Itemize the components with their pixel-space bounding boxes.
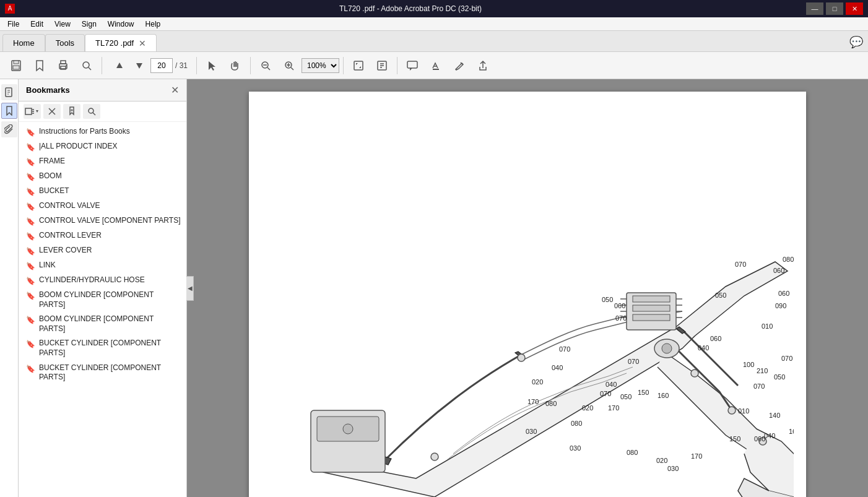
bookmark-label: CYLINDER/HYDRAULIC HOSE	[39, 275, 145, 285]
delete-bookmark-button[interactable]	[43, 104, 61, 119]
bookmark-panel-icon[interactable]	[1, 103, 17, 119]
bookmark-label: BOOM	[39, 171, 62, 181]
tab-tools[interactable]: Tools	[45, 34, 85, 51]
svg-point-61	[343, 424, 353, 434]
bookmark-flag-icon: 🔖	[26, 202, 35, 211]
next-page-button[interactable]	[131, 57, 148, 74]
svg-point-7	[66, 65, 67, 66]
svg-rect-6	[61, 66, 66, 69]
svg-text:010: 010	[762, 322, 773, 330]
svg-rect-2	[13, 66, 19, 69]
bookmark-label: CONTROL VALVE	[39, 201, 100, 211]
svg-text:170: 170	[608, 404, 619, 412]
svg-text:080: 080	[627, 449, 638, 456]
bookmark-item-boom[interactable]: 🔖 BOOM	[19, 169, 186, 184]
window-title: TL720 .pdf - Adobe Acrobat Pro DC (32-bi…	[20, 4, 801, 13]
new-document-icon[interactable]	[1, 84, 17, 100]
search-button[interactable]	[76, 54, 98, 77]
menu-file[interactable]: File	[2, 19, 24, 30]
toolbar: / 31 100% 75% 125% 150%	[0, 52, 868, 79]
bookmark-label: CONTROL VALVE [COMPONENT PARTS]	[39, 216, 181, 226]
bookmark-flag-icon: 🔖	[26, 143, 35, 152]
bookmark-item-bucket-cylinder-1[interactable]: 🔖 BUCKET CYLINDER [COMPONENT PARTS]	[19, 336, 186, 360]
bookmark-item-bucket-cylinder-2[interactable]: 🔖 BUCKET CYLINDER [COMPONENT PARTS]	[19, 361, 186, 385]
app-icon: A	[5, 4, 15, 14]
bookmark-list: 🔖 Instructions for Parts Books 🔖 |ALL PR…	[19, 122, 186, 497]
close-button[interactable]: ✕	[846, 2, 863, 15]
bookmark-item-lever-cover[interactable]: 🔖 LEVER COVER	[19, 243, 186, 258]
tab-home-label: Home	[13, 38, 35, 48]
zoom-select[interactable]: 100% 75% 125% 150%	[302, 58, 339, 73]
extract-button[interactable]	[371, 54, 393, 77]
svg-marker-3	[37, 61, 43, 71]
svg-text:040: 040	[698, 344, 709, 352]
bookmark-item-bucket[interactable]: 🔖 BUCKET	[19, 184, 186, 199]
chat-icon[interactable]: 💬	[847, 33, 866, 51]
svg-text:070: 070	[735, 261, 746, 268]
tab-close-icon[interactable]: ✕	[139, 38, 146, 48]
bookmark-button[interactable]	[28, 54, 51, 77]
bookmark-item-boom-cylinder-2[interactable]: 🔖 BOOM CYLINDER [COMPONENT PARTS]	[19, 312, 186, 336]
maximize-button[interactable]: □	[826, 2, 843, 15]
fit-page-button[interactable]	[347, 54, 370, 77]
bookmark-item-boom-cylinder-1[interactable]: 🔖 BOOM CYLINDER [COMPONENT PARTS]	[19, 288, 186, 312]
menu-help[interactable]: Help	[141, 19, 166, 30]
prev-page-button[interactable]	[111, 57, 128, 74]
menu-window[interactable]: Window	[103, 19, 139, 30]
pdf-page: 070 060 080 200 060 080 090 220	[249, 92, 806, 497]
svg-point-45	[89, 108, 93, 113]
zoom-in-button[interactable]	[278, 54, 300, 77]
svg-text:070: 070	[628, 358, 639, 365]
bookmark-item-control-valve[interactable]: 🔖 CONTROL VALVE	[19, 199, 186, 214]
sidebar-close-button[interactable]: ✕	[171, 84, 179, 96]
menu-view[interactable]: View	[50, 19, 76, 30]
print-button[interactable]	[52, 54, 74, 77]
cursor-tool-button[interactable]	[201, 54, 223, 77]
menu-edit[interactable]: Edit	[25, 19, 48, 30]
bookmark-label: LINK	[39, 261, 56, 270]
bookmark-item-cylinder-hose[interactable]: 🔖 CYLINDER/HYDRAULIC HOSE	[19, 273, 186, 288]
svg-point-63	[662, 344, 672, 353]
bookmark-flag-icon: 🔖	[26, 340, 35, 348]
svg-text:020: 020	[656, 457, 667, 464]
find-bookmark-button[interactable]	[83, 104, 100, 119]
share-button[interactable]	[472, 54, 494, 77]
svg-text:050: 050	[620, 393, 631, 400]
page-total: / 31	[175, 61, 188, 70]
svg-line-19	[291, 67, 293, 70]
tab-home[interactable]: Home	[2, 34, 45, 51]
bookmark-item-frame[interactable]: 🔖 FRAME	[19, 154, 186, 169]
tab-document[interactable]: TL720 .pdf ✕	[85, 34, 157, 51]
bookmark-flag-icon: 🔖	[26, 232, 35, 241]
bookmark-item-instructions[interactable]: 🔖 Instructions for Parts Books	[19, 124, 186, 139]
tab-document-label: TL720 .pdf	[95, 38, 134, 48]
svg-text:040: 040	[764, 432, 775, 439]
bookmark-item-product-index[interactable]: 🔖 |ALL PRODUCT INDEX	[19, 139, 186, 154]
hand-tool-button[interactable]	[224, 54, 246, 77]
svg-text:050: 050	[774, 373, 785, 381]
minimize-button[interactable]: —	[806, 2, 823, 15]
comment-button[interactable]	[401, 54, 423, 77]
bookmark-item-control-lever[interactable]: 🔖 CONTROL LEVER	[19, 228, 186, 243]
svg-text:070: 070	[600, 390, 611, 397]
markup-button[interactable]	[448, 54, 471, 77]
svg-text:050: 050	[715, 292, 726, 299]
pdf-diagram: 070 060 080 200 060 080 090 220	[261, 104, 794, 497]
zoom-out-button[interactable]	[254, 54, 277, 77]
bookmark-flag-icon: 🔖	[26, 316, 35, 324]
highlight-button[interactable]	[425, 54, 447, 77]
bookmark-options-button[interactable]	[24, 104, 41, 119]
bookmark-flag-icon: 🔖	[26, 188, 35, 196]
tab-bar: Home Tools TL720 .pdf ✕ 💬	[0, 31, 868, 52]
save-button[interactable]	[5, 54, 27, 77]
svg-marker-39	[36, 110, 38, 113]
pdf-area[interactable]: 070 060 080 200 060 080 090 220	[187, 79, 868, 497]
bookmark-item-link[interactable]: 🔖 LINK	[19, 258, 186, 273]
menu-sign[interactable]: Sign	[77, 19, 102, 30]
sidebar-collapse-button[interactable]: ◀	[186, 276, 194, 301]
new-bookmark-button[interactable]	[63, 104, 80, 119]
page-number-input[interactable]	[150, 58, 173, 73]
svg-point-64	[518, 354, 525, 361]
bookmark-item-control-valve-parts[interactable]: 🔖 CONTROL VALVE [COMPONENT PARTS]	[19, 214, 186, 228]
attachment-icon[interactable]	[1, 121, 17, 137]
